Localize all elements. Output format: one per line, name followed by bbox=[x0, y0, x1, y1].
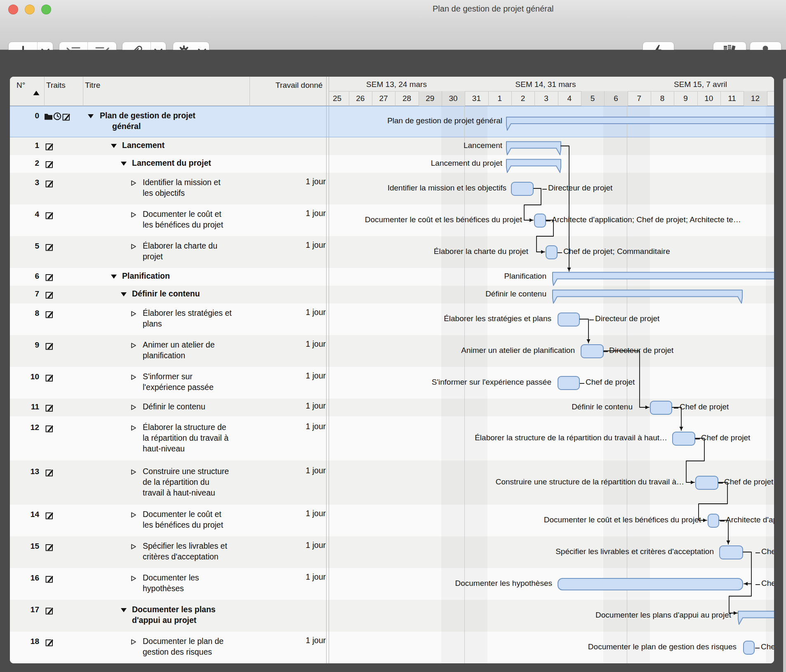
close-button[interactable] bbox=[8, 5, 18, 14]
project-outline-panel: N°TraitsTitreTravail donnéSEM 13, 24 mar… bbox=[10, 77, 774, 663]
scrollbar-track[interactable] bbox=[783, 78, 786, 672]
dependency-line bbox=[699, 482, 727, 520]
dependency-line bbox=[604, 351, 649, 407]
title-bar: Plan de gestion de projet général bbox=[0, 0, 786, 18]
dependency-line bbox=[537, 220, 553, 252]
dependency-line bbox=[561, 146, 569, 271]
zoom-button[interactable] bbox=[41, 5, 51, 14]
dependency-arrowhead bbox=[703, 518, 707, 522]
view-bar: Répartition du travail › Entrée bbox=[0, 50, 786, 77]
dependency-arrowhead bbox=[586, 339, 590, 343]
dependency-arrowhead bbox=[541, 250, 545, 254]
dependency-arrowhead bbox=[567, 268, 571, 271]
dependency-arrowhead bbox=[734, 611, 737, 615]
dependency-arrowhead bbox=[726, 540, 730, 544]
dependency-arrowhead bbox=[645, 405, 649, 409]
dependency-arrowhead bbox=[529, 218, 533, 222]
window-title: Plan de gestion de projet général bbox=[433, 4, 554, 14]
dependency-arrowhead bbox=[679, 427, 683, 430]
dependency-line bbox=[524, 188, 541, 220]
dependency-line bbox=[686, 438, 704, 482]
dependency-arrowhead bbox=[691, 480, 694, 484]
dependency-lines-layer bbox=[10, 77, 774, 663]
dependency-arrowhead bbox=[744, 582, 748, 585]
dependency-line bbox=[729, 584, 751, 613]
toolbar bbox=[0, 18, 786, 50]
minimize-button[interactable] bbox=[25, 5, 35, 14]
dependency-line bbox=[743, 552, 751, 584]
